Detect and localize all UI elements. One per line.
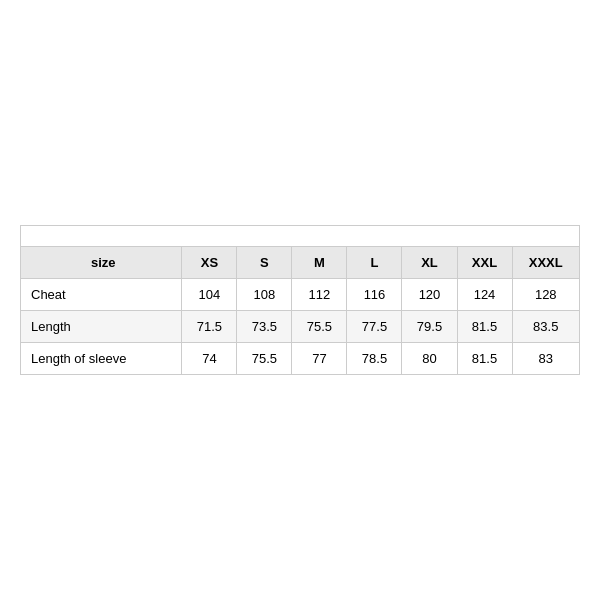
size-chart-container: size XS S M L XL XXL XXXL Cheat 104 108 … xyxy=(20,225,580,375)
header-xs: XS xyxy=(182,247,237,279)
cheat-xl: 120 xyxy=(402,279,457,311)
sleeve-l: 78.5 xyxy=(347,343,402,375)
length-xs: 71.5 xyxy=(182,311,237,343)
header-xxxl: XXXL xyxy=(512,247,579,279)
length-s: 73.5 xyxy=(237,311,292,343)
header-size: size xyxy=(21,247,182,279)
sleeve-xxl: 81.5 xyxy=(457,343,512,375)
length-m: 75.5 xyxy=(292,311,347,343)
header-s: S xyxy=(237,247,292,279)
cheat-xxl: 124 xyxy=(457,279,512,311)
table-row: Cheat 104 108 112 116 120 124 128 xyxy=(21,279,580,311)
header-l: L xyxy=(347,247,402,279)
sleeve-xl: 80 xyxy=(402,343,457,375)
sleeve-m: 77 xyxy=(292,343,347,375)
sleeve-xxxl: 83 xyxy=(512,343,579,375)
cheat-s: 108 xyxy=(237,279,292,311)
row-sleeve-label: Length of sleeve xyxy=(21,343,182,375)
length-xxl: 81.5 xyxy=(457,311,512,343)
table-row: Length 71.5 73.5 75.5 77.5 79.5 81.5 83.… xyxy=(21,311,580,343)
length-xxxl: 83.5 xyxy=(512,311,579,343)
cheat-m: 112 xyxy=(292,279,347,311)
length-xl: 79.5 xyxy=(402,311,457,343)
title-row xyxy=(21,226,580,247)
row-length-label: Length xyxy=(21,311,182,343)
header-row: size XS S M L XL XXL XXXL xyxy=(21,247,580,279)
length-l: 77.5 xyxy=(347,311,402,343)
cheat-l: 116 xyxy=(347,279,402,311)
size-chart-table: size XS S M L XL XXL XXXL Cheat 104 108 … xyxy=(20,225,580,375)
sleeve-s: 75.5 xyxy=(237,343,292,375)
sleeve-xs: 74 xyxy=(182,343,237,375)
row-cheat-label: Cheat xyxy=(21,279,182,311)
cheat-xxxl: 128 xyxy=(512,279,579,311)
header-xxl: XXL xyxy=(457,247,512,279)
header-m: M xyxy=(292,247,347,279)
header-xl: XL xyxy=(402,247,457,279)
table-row: Length of sleeve 74 75.5 77 78.5 80 81.5… xyxy=(21,343,580,375)
table-title xyxy=(21,226,580,247)
cheat-xs: 104 xyxy=(182,279,237,311)
